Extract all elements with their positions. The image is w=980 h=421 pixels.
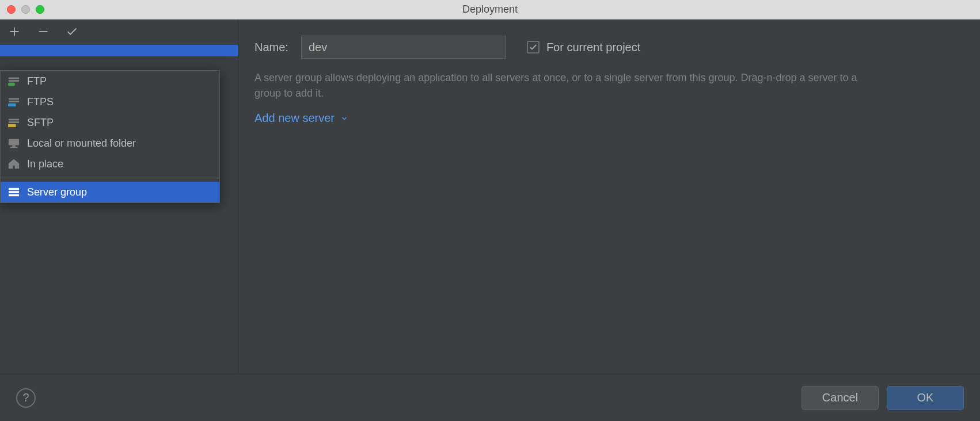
folder-icon [7,137,20,150]
for-current-project-checkbox[interactable] [527,41,540,53]
popup-item-ftps[interactable]: FTPS [1,91,219,112]
footer: ? Cancel OK [0,374,980,421]
chevron-down-icon [340,114,348,123]
window-controls [7,5,44,14]
server-group-icon [7,186,20,198]
help-button[interactable]: ? [16,388,36,408]
name-row: Name: For current project [255,36,964,59]
popup-item-label: In place [27,158,63,170]
sftp-icon [7,116,20,129]
main-panel: Name: For current project A server group… [238,20,980,374]
description-text: A server group allows deploying an appli… [255,70,865,101]
add-button[interactable] [8,25,21,38]
popup-item-label: Server group [27,186,87,198]
minus-icon [37,25,50,38]
svg-rect-0 [9,78,19,79]
set-default-button[interactable] [66,25,78,38]
popup-item-in-place[interactable]: In place [1,154,219,174]
svg-rect-2 [8,83,15,86]
name-input[interactable] [301,36,506,59]
sidebar-toolbar [0,20,238,44]
add-type-popup: FTP FTPS SFTP Local or mounted folder [0,70,220,203]
popup-item-server-group[interactable]: Server group [1,182,219,202]
svg-rect-4 [9,101,19,102]
cancel-button-label: Cancel [822,391,858,404]
window-title: Deployment [462,3,518,16]
svg-rect-13 [9,191,19,193]
svg-rect-14 [9,194,19,197]
fullscreen-window-button[interactable] [36,5,44,14]
for-current-project-wrap: For current project [527,41,640,54]
content-area: FTP FTPS SFTP Local or mounted folder [0,20,980,374]
ftps-icon [7,95,20,108]
svg-rect-10 [12,146,15,147]
sidebar: FTP FTPS SFTP Local or mounted folder [0,20,238,374]
name-label: Name: [255,41,288,54]
titlebar: Deployment [0,0,980,20]
popup-item-label: FTP [27,75,47,87]
popup-item-sftp[interactable]: SFTP [1,112,219,133]
svg-rect-3 [9,98,19,100]
svg-rect-6 [9,119,19,121]
add-new-server-label: Add new server [255,112,335,125]
plus-icon [8,25,21,38]
ftp-icon [7,75,20,87]
svg-rect-12 [9,188,19,190]
sidebar-selected-row[interactable] [0,45,238,56]
home-icon [7,158,20,170]
svg-rect-7 [9,121,19,123]
popup-item-label: Local or mounted folder [27,137,136,150]
for-current-project-label: For current project [546,41,640,54]
svg-rect-9 [9,139,19,146]
remove-button[interactable] [37,25,50,38]
popup-separator [1,178,219,178]
cancel-button[interactable]: Cancel [802,386,879,410]
ok-button-label: OK [917,391,934,404]
svg-rect-5 [8,104,16,106]
close-window-button[interactable] [7,5,16,14]
svg-rect-1 [9,80,19,82]
popup-item-label: FTPS [27,96,54,108]
minimize-window-button[interactable] [21,5,30,14]
checkmark-icon [66,25,78,38]
svg-rect-8 [8,124,16,127]
popup-item-local-folder[interactable]: Local or mounted folder [1,133,219,154]
popup-item-label: SFTP [27,117,54,129]
ok-button[interactable]: OK [887,386,964,410]
help-icon: ? [22,391,29,404]
add-new-server-link[interactable]: Add new server [255,112,348,125]
popup-item-ftp[interactable]: FTP [1,71,219,91]
check-icon [529,43,538,52]
svg-rect-11 [10,147,18,148]
